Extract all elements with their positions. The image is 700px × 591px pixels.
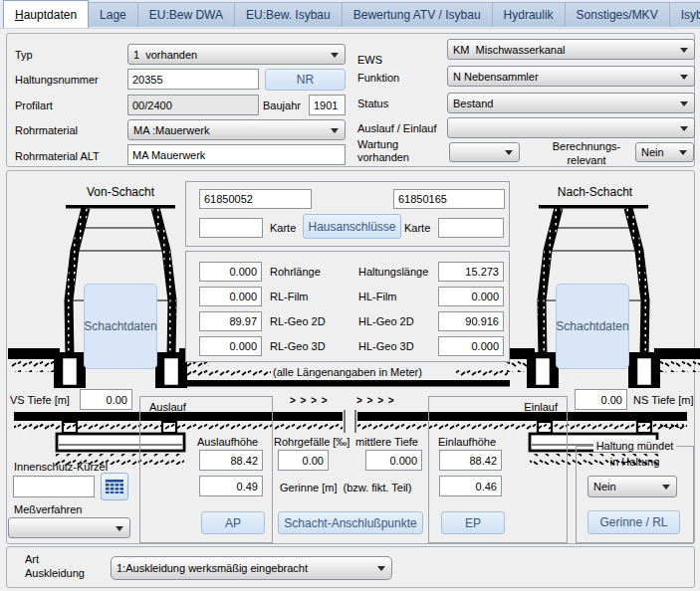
hl-film-input[interactable] [438,287,504,306]
einlauf-tiefe-input[interactable] [439,476,502,496]
tab-sonstiges-mkv[interactable]: Sonstiges/MKV [565,2,670,27]
einlauf-title: Einlauf [524,401,558,413]
auslaufhoehe-input[interactable] [199,450,263,471]
hl-geo3d-input[interactable] [438,336,504,356]
auslauf-einlauf-dropdown[interactable] [447,117,695,138]
vs-tiefe-input[interactable] [80,389,132,410]
tab-label: EU:Bew. Isybau [246,8,331,22]
nr-button[interactable]: NR [265,69,346,91]
tab-hauptdaten[interactable]: Hauptdaten [3,0,89,28]
funktion-value: N Nebensammler [453,71,539,83]
rohrmaterial-value: MA :Mauerwerk [133,124,209,136]
hl-geo2d-label: HL-Geo 2D [358,315,414,328]
schachtdaten-button-nach[interactable]: Schachtdaten [556,284,629,369]
funktion-dropdown[interactable]: N Nebensammler [447,66,695,87]
hl-geo2d-input[interactable] [438,311,504,331]
einlaufhoehe-input[interactable] [439,450,502,471]
haltungslaenge-input[interactable] [438,262,504,282]
status-label: Status [357,98,388,110]
auslauf-title: Auslauf [149,401,186,413]
ap-button[interactable]: AP [201,511,265,534]
tab-lage[interactable]: Lage [88,2,138,27]
haltung-muendet-value: Nein [593,481,616,492]
auskleidung-panel: Art Auskleidung 1:Auskleidung werksmäßig… [6,546,695,588]
messverfahren-label: Meßverfahren [14,503,82,516]
baujahr-label: Baujahr [263,99,301,112]
hausanschluesse-button[interactable]: Hausanschlüsse [303,214,401,239]
rl-geo2d-input[interactable] [199,311,262,331]
innenschutz-lookup-button[interactable] [101,473,128,500]
rohrmaterial-dropdown[interactable]: MA :Mauerwerk [127,119,346,140]
nach-karte-input[interactable] [438,218,504,238]
auskleidung-dropdown[interactable]: 1:Auskleidung werksmäßig eingebracht [111,556,392,580]
rohrlaenge-input[interactable] [199,262,262,282]
haltung-muendet-dropdown[interactable]: Nein [587,476,677,497]
schachtdaten-button-von[interactable]: Schachtdaten [84,284,157,369]
typ-label: Typ [15,49,33,62]
messverfahren-dropdown[interactable] [8,517,130,538]
laengen-note: (alle Längenangaben in Meter) [195,366,500,378]
baujahr-input[interactable] [309,95,346,115]
profilart-label: Profilart [15,99,53,112]
tab-eu-bew-isybau[interactable]: EU:Bew. Isybau [234,2,343,27]
tab-label: Sonstiges/MKV [577,8,658,22]
tab-label: Hauptdaten [15,8,77,22]
wartung-label-line2: vorhanden [357,151,409,164]
berechnung-dropdown[interactable]: Nein [635,142,694,162]
gerinne-label: Gerinne [m] (bzw. fikt. Teil) [280,482,411,494]
nach-schacht-id-input[interactable] [393,189,505,209]
mittlere-tiefe-input[interactable] [365,450,422,471]
karte-label-left: Karte [270,222,296,235]
auslauf-tiefe-input[interactable] [199,476,263,496]
rohrmaterial-alt-input[interactable] [127,144,346,165]
tab-isybau-typ[interactable]: Isybau Typ [669,2,700,27]
tab-label: Hydraulik [504,8,554,22]
ews-dropdown[interactable]: KM Mischwasserkanal [447,39,695,60]
flow-arrows-left: > > > > [290,395,329,406]
ews-label: EWS [357,54,382,67]
auskleidung-label-line2: Auskleidung [25,567,85,580]
auskleidung-label-line1: Art [25,553,39,566]
vs-tiefe-label: VS Tiefe [m] [10,394,70,407]
tab-label: EU:Bew DWA [149,8,223,22]
tab-bewertung-atv-isybau[interactable]: Bewertung ATV / Isybau [342,2,493,27]
rohrmaterial-alt-label: Rohrmaterial ALT [15,150,100,163]
laengen-note-text: (alle Längenangaben in Meter) [271,366,424,378]
wartung-dropdown[interactable] [449,142,520,162]
wartung-label-line1: Wartung [357,138,398,151]
profilart-field: 00/2400 [127,95,259,115]
tab-eu-bew-dwa[interactable]: EU:Bew DWA [137,2,235,27]
haltungslaenge-label: Haltungslänge [358,266,428,279]
berechnung-label-line2: relevant [542,154,631,167]
schacht-anschlusspunkte-button[interactable]: Schacht-Anschlußpunkte [278,511,423,534]
rohrmaterial-label: Rohrmaterial [15,124,78,137]
von-karte-input[interactable] [199,218,263,238]
ep-button[interactable]: EP [441,511,505,534]
hl-film-label: HL-Film [358,291,397,303]
haltung-muendet-title-line1: Haltung mündet [577,440,693,452]
rohrgefaelle-label: Rohrgefälle [‰] [274,436,350,449]
rl-geo3d-input[interactable] [199,336,262,356]
tab-label: Bewertung ATV / Isybau [353,8,481,22]
typ-dropdown[interactable]: 1 vorhanden [127,44,346,65]
haltungsnummer-label: Haltungsnummer [15,74,99,87]
gerinne-rl-button[interactable]: Gerinne / RL [587,510,680,534]
rohrlaenge-label: Rohrlänge [270,266,321,279]
rl-film-label: RL-Film [270,291,309,303]
ns-tiefe-label: NS Tiefe [m] [633,394,694,407]
ns-tiefe-input[interactable] [575,389,627,410]
von-schacht-id-input[interactable] [199,189,312,209]
rohrgefaelle-input[interactable] [278,450,329,471]
tab-label: Lage [100,8,126,22]
grid-icon [106,480,123,493]
rl-film-input[interactable] [199,287,262,306]
haltungsnummer-input[interactable] [127,69,259,90]
rl-geo2d-label: RL-Geo 2D [270,315,326,328]
status-value: Bestand [453,98,493,109]
status-dropdown[interactable]: Bestand [447,93,695,113]
funktion-label: Funktion [357,72,399,85]
nach-schacht-label: Nach-Schacht [518,186,672,199]
tab-hydraulik[interactable]: Hydraulik [492,2,566,27]
haltung-form-panel: Typ 1 vorhanden Haltungsnummer NR Profil… [6,33,695,167]
innenschutz-input[interactable] [13,476,95,497]
